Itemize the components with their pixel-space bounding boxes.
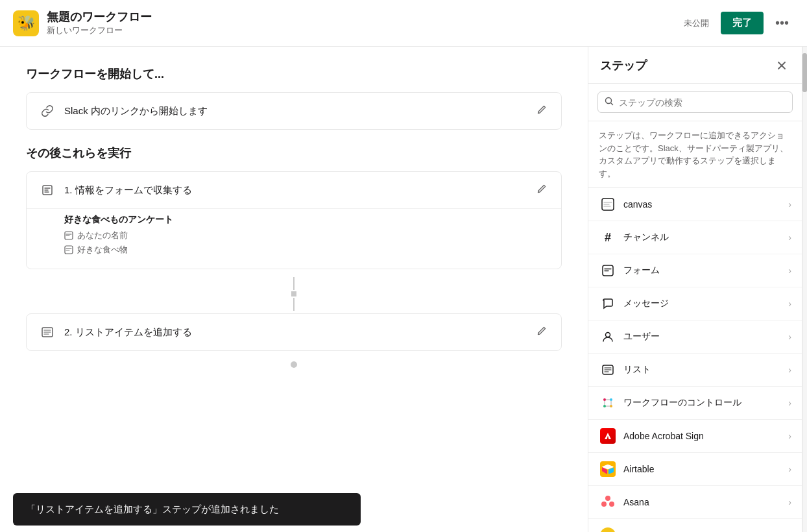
start-step-card: Slack 内のリンクから開始します: [26, 92, 562, 130]
canvas-label: canvas: [623, 199, 782, 210]
svg-point-15: [601, 502, 607, 507]
workflow-control-label: ワークフローのコントロール: [623, 397, 782, 409]
user-icon: [599, 328, 617, 346]
start-step-label: Slack 内のリンクから開始します: [64, 105, 526, 117]
right-panel: ステップ ステップは、ワークフローに追加できるアクションのことです。Slack、…: [588, 47, 802, 532]
panel-item-asana[interactable]: Asana ›: [588, 486, 802, 519]
search-icon: [605, 97, 614, 108]
workflow-control-icon: [599, 394, 617, 412]
workflow-container: ワークフローを開始して... Slack 内のリンクから開始します: [0, 47, 588, 532]
then-section-title: その後これらを実行: [26, 145, 562, 161]
panel-description: ステップは、ワークフローに追加できるアクションのことです。Slack、サードパー…: [588, 121, 802, 188]
list-chevron: ›: [788, 365, 791, 375]
more-button[interactable]: •••: [770, 13, 794, 33]
scrollbar[interactable]: [802, 47, 807, 532]
canvas-icon: [599, 195, 617, 213]
svg-point-9: [603, 398, 606, 401]
adobe-chevron: ›: [788, 431, 791, 441]
workflow-area: ワークフローを開始して... Slack 内のリンクから開始します: [0, 47, 588, 532]
panel-list: canvas › # チャンネル › フォーム: [588, 188, 802, 532]
panel-search: [588, 84, 802, 121]
step-1-row: 1. 情報をフォームで収集する: [27, 172, 561, 208]
panel-item-canvas[interactable]: canvas ›: [588, 188, 802, 221]
tooltip-bar: 「リストアイテムを追加する」ステップが追加されました: [13, 493, 361, 526]
form-icon: [599, 261, 617, 280]
svg-point-4: [606, 98, 612, 104]
adobe-label: Adobe Acrobat Sign: [623, 431, 782, 441]
search-input[interactable]: [619, 97, 786, 108]
adobe-icon: [599, 427, 617, 445]
bottom-connector: [26, 359, 562, 368]
user-label: ユーザー: [623, 331, 782, 343]
user-chevron: ›: [788, 332, 791, 342]
step-1-field-1: あなたの名前: [64, 230, 549, 241]
step-2-card: 2. リストアイテムを追加する: [26, 313, 562, 351]
step-1-label: 1. 情報をフォームで収集する: [64, 184, 526, 197]
panel-item-basecamp[interactable]: ⛺ Basecamp ›: [588, 519, 802, 532]
start-step-row: Slack 内のリンクから開始します: [27, 93, 561, 129]
workflow-control-chevron: ›: [788, 398, 791, 408]
panel-item-airtable[interactable]: Airtable ›: [588, 453, 802, 486]
link-icon: [38, 102, 56, 120]
step-1-details-title: 好きな食べものアンケート: [64, 214, 549, 226]
panel-item-user[interactable]: ユーザー ›: [588, 320, 802, 354]
airtable-label: Airtable: [623, 464, 782, 474]
svg-point-12: [610, 405, 612, 407]
connector-line-1: [293, 277, 295, 290]
asana-icon: [599, 493, 617, 511]
panel-item-message[interactable]: メッセージ ›: [588, 287, 802, 320]
asana-chevron: ›: [788, 497, 791, 507]
asana-label: Asana: [623, 497, 782, 507]
then-section: その後これらを実行 1. 情報をフォームで収集する: [26, 145, 562, 368]
list-icon: [599, 361, 617, 379]
step-2-edit-button[interactable]: [534, 323, 549, 341]
panel-header: ステップ: [588, 47, 802, 84]
close-panel-button[interactable]: [773, 57, 790, 74]
step-1-field-2: 好きな食べ物: [64, 244, 549, 256]
connector-dot: [291, 361, 297, 368]
step-2-label: 2. リストアイテムを追加する: [64, 326, 526, 339]
svg-point-10: [610, 398, 612, 401]
channel-label: チャンネル: [623, 232, 782, 243]
svg-point-7: [606, 333, 610, 337]
header-actions: 未公開 完了 •••: [679, 12, 794, 34]
form-step-icon: [38, 181, 56, 199]
panel-item-channel[interactable]: # チャンネル ›: [588, 221, 802, 254]
panel-item-adobe[interactable]: Adobe Acrobat Sign ›: [588, 420, 802, 453]
form-label: フォーム: [623, 265, 782, 276]
step-2-row: 2. リストアイテムを追加する: [27, 314, 561, 350]
panel-title: ステップ: [600, 58, 647, 73]
airtable-chevron: ›: [788, 464, 791, 474]
svg-point-11: [603, 405, 606, 407]
step-1-card: 1. 情報をフォームで収集する 好きな食べものアンケート: [26, 171, 562, 269]
header: 🐝 無題のワークフロー 新しいワークフロー 未公開 完了 •••: [0, 0, 807, 47]
channel-icon: #: [599, 228, 617, 247]
channel-chevron: ›: [788, 232, 791, 243]
adobe-icon-bg: [600, 428, 616, 444]
message-icon: [599, 295, 617, 313]
workflow-title: 無題のワークフロー: [47, 10, 671, 25]
panel-item-form[interactable]: フォーム ›: [588, 254, 802, 287]
header-titles: 無題のワークフロー 新しいワークフロー: [47, 10, 671, 36]
message-chevron: ›: [788, 298, 791, 309]
status-badge: 未公開: [679, 15, 714, 32]
complete-button[interactable]: 完了: [721, 12, 764, 34]
basecamp-icon: ⛺: [599, 526, 617, 532]
svg-point-14: [605, 496, 610, 501]
canvas-chevron: ›: [788, 199, 791, 210]
start-step-edit-button[interactable]: [534, 102, 549, 120]
form-chevron: ›: [788, 265, 791, 276]
list-label: リスト: [623, 364, 782, 376]
svg-point-16: [609, 502, 614, 507]
main-layout: ワークフローを開始して... Slack 内のリンクから開始します: [0, 47, 807, 532]
list-step-icon: [38, 323, 56, 341]
step-connector-1: [26, 277, 562, 311]
step-1-edit-button[interactable]: [534, 181, 549, 199]
step-1-details: 好きな食べものアンケート あなたの名前: [27, 208, 561, 269]
panel-item-list[interactable]: リスト ›: [588, 354, 802, 387]
workflow-icon: 🐝: [13, 10, 39, 36]
panel-item-workflow-control[interactable]: ワークフローのコントロール ›: [588, 387, 802, 420]
search-wrapper: [597, 91, 793, 113]
message-label: メッセージ: [623, 298, 782, 309]
airtable-icon: [599, 460, 617, 478]
